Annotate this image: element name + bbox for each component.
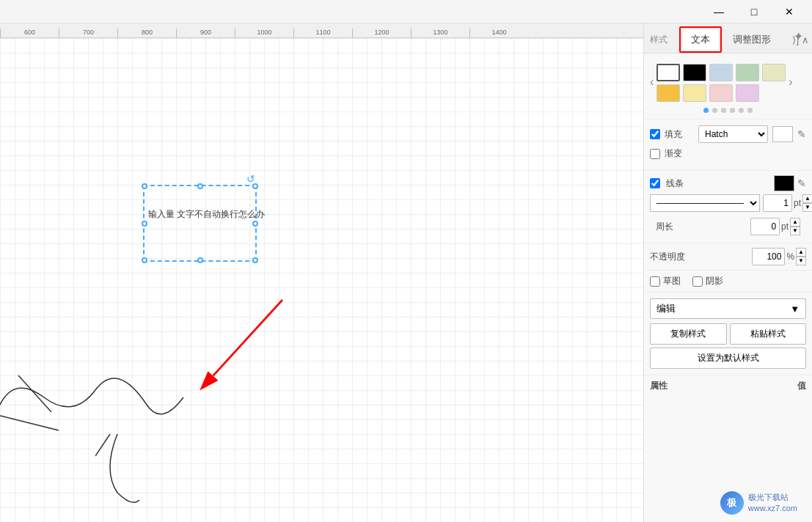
color-swatch-white[interactable] bbox=[656, 64, 680, 81]
handle-bottom-left[interactable] bbox=[142, 257, 147, 263]
color-swatch-pale-yellow[interactable] bbox=[683, 84, 706, 102]
color-swatch-black[interactable] bbox=[683, 64, 706, 81]
edit-chevron-icon: ▼ bbox=[790, 304, 800, 315]
watermark: 极 极光下载站 www.xz7.com bbox=[720, 491, 797, 515]
color-nav-next[interactable]: › bbox=[789, 76, 792, 89]
color-swatch-light-purple[interactable] bbox=[736, 84, 759, 102]
watermark-logo: 极 bbox=[720, 491, 744, 515]
sketch-shadow-row: 草图 阴影 bbox=[644, 271, 812, 293]
ruler-mark: 600 bbox=[0, 29, 59, 37]
stroke-row: 线条 ✎ bbox=[650, 175, 806, 191]
color-swatch-light-blue[interactable] bbox=[709, 64, 733, 81]
color-dot-6[interactable] bbox=[747, 108, 753, 113]
stroke-width-spinner[interactable]: ▲ ▼ bbox=[802, 194, 812, 212]
handle-top-middle[interactable] bbox=[197, 183, 203, 189]
perimeter-value-row: pt ▲ ▼ bbox=[750, 218, 800, 235]
line-style-select[interactable]: ────────────── - - - - - - - · · · · · ·… bbox=[650, 194, 760, 212]
perimeter-spin-down[interactable]: ▼ bbox=[790, 227, 800, 235]
fill-edit-icon[interactable]: ✎ bbox=[797, 128, 806, 140]
handle-middle-left[interactable] bbox=[142, 221, 147, 227]
opacity-label: 不透明度 bbox=[650, 251, 685, 263]
handle-bottom-middle[interactable] bbox=[197, 257, 203, 263]
sine-wave bbox=[0, 331, 308, 463]
color-dot-1[interactable] bbox=[703, 108, 709, 113]
tab-text[interactable]: 文本 bbox=[681, 29, 720, 51]
handle-bottom-right[interactable] bbox=[252, 257, 258, 263]
fill-type-select[interactable]: Hatch bbox=[698, 125, 768, 143]
edit-buttons: 复制样式 粘贴样式 bbox=[650, 323, 806, 345]
ruler-mark: 1200 bbox=[352, 29, 411, 37]
color-swatch-light-green[interactable] bbox=[736, 64, 759, 81]
color-swatch-gold[interactable] bbox=[656, 84, 680, 102]
perimeter-input[interactable] bbox=[750, 218, 780, 235]
attr-header: 属性 值 bbox=[650, 380, 806, 392]
color-swatch-light-yellow[interactable] bbox=[762, 64, 786, 81]
perimeter-spinner[interactable]: ▲ ▼ bbox=[790, 218, 800, 235]
perimeter-spin-up[interactable]: ▲ bbox=[790, 218, 800, 227]
opacity-spin-down[interactable]: ▼ bbox=[796, 257, 806, 265]
watermark-domain: www.xz7.com bbox=[748, 503, 797, 514]
perimeter-label: 周长 bbox=[656, 221, 673, 233]
watermark-site-name: 极光下载站 bbox=[748, 492, 797, 503]
paste-style-button[interactable]: 粘贴样式 bbox=[730, 323, 807, 345]
tab-adjust[interactable]: 调整图形 bbox=[723, 29, 780, 51]
canvas-content[interactable]: ↺ 输入量 文字不自动换行怎么办 bbox=[0, 38, 643, 522]
fill-color-box[interactable] bbox=[772, 126, 793, 142]
ruler-mark: 1100 bbox=[293, 29, 352, 37]
color-dot-4[interactable] bbox=[730, 108, 735, 113]
stroke-edit-icon[interactable]: ✎ bbox=[797, 177, 806, 189]
opacity-section: 不透明度 % ▲ ▼ bbox=[644, 243, 812, 271]
color-dot-3[interactable] bbox=[721, 108, 726, 113]
color-dot-5[interactable] bbox=[739, 108, 744, 113]
fill-row: 填充 Hatch ✎ bbox=[650, 125, 806, 143]
handle-top-right[interactable] bbox=[252, 183, 258, 189]
ruler-mark: 1300 bbox=[411, 29, 469, 37]
opacity-spin-up[interactable]: ▲ bbox=[796, 248, 806, 257]
color-dot-2[interactable] bbox=[712, 108, 717, 113]
handle-top-left[interactable] bbox=[142, 183, 147, 189]
stroke-checkbox[interactable] bbox=[650, 178, 660, 188]
window-controls: — □ ✕ bbox=[702, 0, 806, 23]
stroke-width-input[interactable] bbox=[763, 194, 792, 212]
stroke-width-unit: pt bbox=[794, 198, 801, 208]
shadow-checkbox[interactable] bbox=[692, 276, 703, 287]
spin-down[interactable]: ▼ bbox=[802, 203, 812, 212]
color-section: ‹ › bbox=[644, 54, 812, 120]
fill-checkbox[interactable] bbox=[650, 129, 660, 139]
attr-label: 属性 bbox=[650, 380, 667, 392]
edit-label: 编辑 bbox=[656, 302, 676, 315]
text-box-content: 输入量 文字不自动换行怎么办 bbox=[148, 208, 265, 221]
opacity-input[interactable] bbox=[752, 248, 785, 265]
panel-tabs: 样式 文本 调整图形 ⟩] ∧ bbox=[644, 23, 812, 54]
perimeter-row: 周长 pt ▲ ▼ bbox=[650, 215, 806, 238]
spin-up[interactable]: ▲ bbox=[802, 194, 812, 203]
default-style-button[interactable]: 设置为默认样式 bbox=[650, 348, 806, 369]
svg-line-3 bbox=[18, 375, 51, 412]
stroke-color-box[interactable] bbox=[774, 175, 794, 191]
maximize-button[interactable]: □ bbox=[737, 0, 771, 23]
settings-icon[interactable]: ✦ bbox=[794, 29, 803, 43]
color-nav-prev[interactable]: ‹ bbox=[650, 76, 654, 89]
copy-style-button[interactable]: 复制样式 bbox=[650, 323, 727, 345]
color-page-dots bbox=[650, 108, 806, 113]
opacity-unit: % bbox=[786, 251, 794, 262]
value-label: 值 bbox=[797, 380, 806, 392]
opacity-row: 不透明度 % ▲ ▼ bbox=[650, 248, 806, 265]
shadow-item: 阴影 bbox=[692, 275, 723, 287]
gradient-checkbox[interactable] bbox=[650, 149, 660, 159]
fill-section: 填充 Hatch ✎ 渐变 bbox=[644, 120, 812, 171]
color-grid bbox=[656, 64, 786, 102]
handle-middle-right[interactable] bbox=[252, 221, 258, 227]
ruler-mark: 1000 bbox=[235, 29, 293, 37]
edit-dropdown[interactable]: 编辑 ▼ bbox=[650, 298, 806, 319]
color-swatch-light-pink[interactable] bbox=[709, 84, 733, 102]
selected-text-box[interactable]: ↺ 输入量 文字不自动换行怎么办 bbox=[143, 185, 257, 262]
svg-line-4 bbox=[95, 434, 110, 456]
opacity-spinner[interactable]: ▲ ▼ bbox=[796, 248, 806, 265]
gradient-label: 渐变 bbox=[665, 147, 694, 160]
sketch-checkbox[interactable] bbox=[650, 276, 660, 287]
minimize-button[interactable]: — bbox=[702, 0, 736, 23]
sketch-item: 草图 bbox=[650, 275, 681, 287]
close-button[interactable]: ✕ bbox=[772, 0, 806, 23]
stroke-section: 线条 ✎ ────────────── - - - - - - - · · · … bbox=[644, 171, 812, 243]
